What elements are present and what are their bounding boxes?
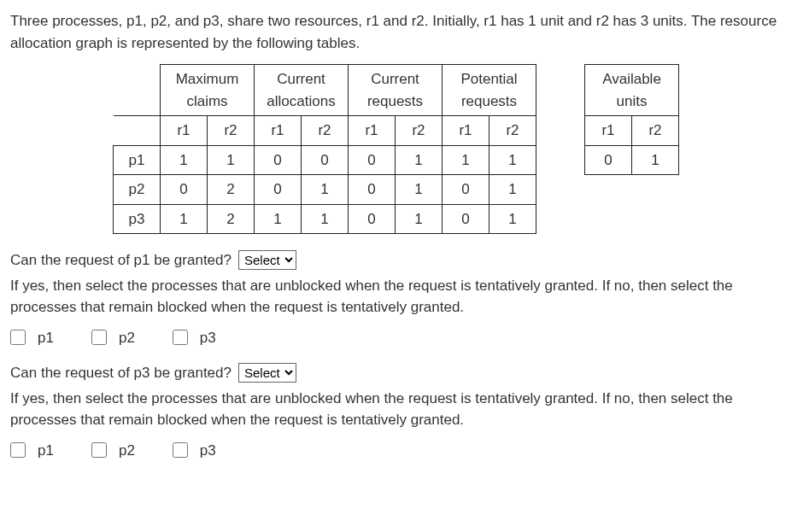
- row-label: p3: [114, 204, 161, 234]
- table-cell: 1: [208, 145, 255, 175]
- checkbox-p3[interactable]: [173, 330, 188, 345]
- select-p3-granted[interactable]: Select: [238, 363, 296, 383]
- table-row: p1 1 1 0 0 0 1 1 1: [114, 145, 536, 175]
- table-cell: 0: [349, 204, 396, 234]
- avail-header: Available units: [585, 65, 679, 116]
- allocation-table: Maximum claims Current allocations Curre…: [113, 64, 536, 234]
- table-cell: 1: [255, 204, 302, 234]
- checkbox-label: p2: [119, 440, 135, 462]
- checkbox-label: p3: [200, 327, 216, 349]
- question-follow: If yes, then select the processes that a…: [10, 388, 799, 431]
- question-p1: Can the request of p1 be granted? Select…: [10, 249, 799, 348]
- table-subheader: r1: [443, 116, 490, 146]
- checkbox-label: p2: [119, 327, 135, 349]
- checkbox-label: p3: [200, 440, 216, 462]
- checkbox-p2[interactable]: [91, 330, 107, 345]
- table-cell: 2: [208, 175, 255, 205]
- checkbox-item-p3[interactable]: p3: [173, 440, 216, 462]
- checkbox-p3[interactable]: [173, 442, 188, 458]
- table-subheader: r2: [490, 116, 536, 146]
- table-cell: 0: [302, 145, 349, 175]
- table-cell: 1: [490, 145, 536, 175]
- table-cell: 2: [208, 204, 255, 234]
- group-header-alloc: Current allocations: [255, 65, 349, 116]
- table-cell: 1: [302, 175, 349, 205]
- table-cell: 1: [161, 204, 208, 234]
- table-subheader: r1: [349, 116, 396, 146]
- question-prompt: Can the request of p1 be granted?: [10, 249, 232, 272]
- row-label: p1: [114, 145, 161, 175]
- question-prompt: Can the request of p3 be granted?: [10, 362, 232, 384]
- checkbox-p2[interactable]: [91, 442, 107, 458]
- checkbox-label: p1: [38, 327, 54, 349]
- checkbox-row: p1 p2 p3: [10, 327, 799, 349]
- intro-text: Three processes, p1, p2, and p3, share t…: [10, 10, 799, 54]
- checkbox-label: p1: [38, 440, 54, 462]
- avail-cell: 0: [585, 145, 632, 175]
- tables-container: Maximum claims Current allocations Curre…: [113, 64, 799, 234]
- table-subheader: r2: [302, 116, 349, 146]
- table-cell: 0: [255, 175, 302, 205]
- table-cell: 1: [490, 175, 536, 205]
- question-follow: If yes, then select the processes that a…: [10, 275, 799, 319]
- checkbox-item-p1[interactable]: p1: [10, 440, 54, 462]
- table-subheader: r1: [255, 116, 302, 146]
- question-p3: Can the request of p3 be granted? Select…: [10, 362, 799, 461]
- avail-subheader: r2: [632, 116, 679, 146]
- avail-subheader: r1: [585, 116, 632, 146]
- group-header-max: Maximum claims: [161, 65, 255, 116]
- table-cell: 1: [490, 204, 536, 234]
- available-table: Available units r1 r2 0 1: [584, 64, 679, 175]
- table-corner: [114, 116, 161, 146]
- group-header-potreq: Potential requests: [443, 65, 536, 116]
- table-cell: 0: [349, 145, 396, 175]
- checkbox-p1[interactable]: [10, 442, 26, 458]
- checkbox-item-p2[interactable]: p2: [91, 440, 135, 462]
- table-cell: 1: [396, 204, 443, 234]
- avail-cell: 1: [632, 145, 679, 175]
- table-subheader: r2: [396, 116, 443, 146]
- table-subheader: r2: [208, 116, 255, 146]
- table-cell: 0: [161, 175, 208, 205]
- table-corner: [114, 65, 161, 116]
- group-header-curreq: Current requests: [349, 65, 443, 116]
- table-cell: 0: [443, 204, 490, 234]
- table-cell: 0: [349, 175, 396, 205]
- table-cell: 1: [443, 145, 490, 175]
- table-cell: 0: [443, 175, 490, 205]
- table-cell: 1: [396, 175, 443, 205]
- checkbox-p1[interactable]: [10, 330, 26, 345]
- table-cell: 1: [161, 145, 208, 175]
- table-row: p3 1 2 1 1 0 1 0 1: [114, 204, 536, 234]
- checkbox-item-p2[interactable]: p2: [91, 327, 135, 349]
- row-label: p2: [114, 175, 161, 205]
- table-cell: 1: [302, 204, 349, 234]
- table-row: p2 0 2 0 1 0 1 0 1: [114, 175, 536, 205]
- checkbox-row: p1 p2 p3: [10, 440, 799, 462]
- table-subheader: r1: [161, 116, 208, 146]
- checkbox-item-p1[interactable]: p1: [10, 327, 54, 349]
- table-cell: 1: [396, 145, 443, 175]
- table-cell: 0: [255, 145, 302, 175]
- select-p1-granted[interactable]: Select: [238, 250, 296, 270]
- checkbox-item-p3[interactable]: p3: [173, 327, 216, 349]
